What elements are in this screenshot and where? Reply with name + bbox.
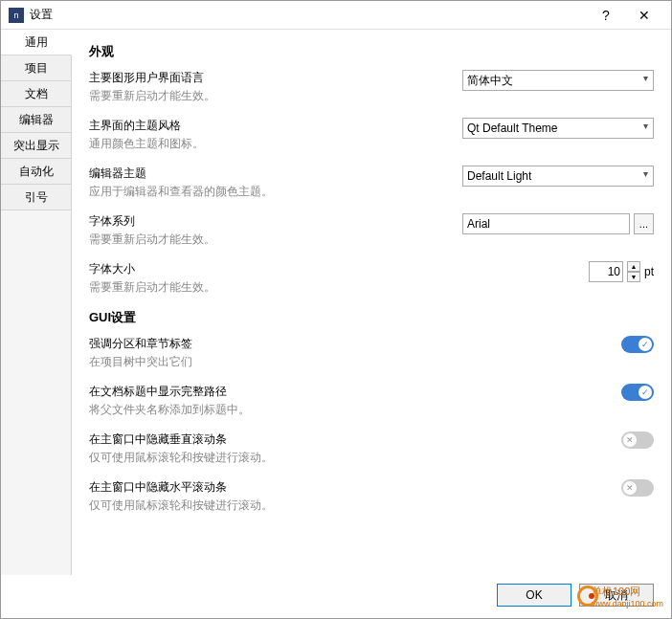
help-button[interactable]: ? xyxy=(587,2,625,29)
theme-label: 主界面的主题风格 xyxy=(89,118,462,134)
font-browse-button[interactable]: ... xyxy=(634,213,654,234)
close-button[interactable]: ✕ xyxy=(625,2,663,29)
font-label: 字体系列 xyxy=(89,213,462,230)
editor-theme-hint: 应用于编辑器和查看器的颜色主题。 xyxy=(89,184,462,200)
window-title: 设置 xyxy=(30,7,587,23)
tab-highlight[interactable]: 突出显示 xyxy=(1,133,71,159)
opt3-label: 在主窗口中隐藏垂直滚动条 xyxy=(89,431,621,448)
section-gui: GUI设置 xyxy=(89,309,654,326)
fontsize-input[interactable] xyxy=(589,261,623,282)
tab-document[interactable]: 文档 xyxy=(1,81,71,107)
tab-project[interactable]: 项目 xyxy=(1,55,71,81)
opt3-toggle[interactable]: ✕ xyxy=(621,431,654,449)
theme-hint: 通用颜色主题和图标。 xyxy=(89,136,462,152)
theme-select[interactable]: Qt Default Theme xyxy=(462,118,654,139)
opt1-label: 强调分区和章节标签 xyxy=(89,336,621,352)
fontsize-label: 字体大小 xyxy=(89,261,462,277)
tab-quotes[interactable]: 引号 xyxy=(1,185,71,210)
titlebar: n 设置 ? ✕ xyxy=(1,1,671,30)
tab-general[interactable]: 通用 xyxy=(1,30,72,55)
ok-button[interactable]: OK xyxy=(497,584,571,607)
sidebar: 通用 项目 文档 编辑器 突出显示 自动化 引号 xyxy=(1,30,72,575)
font-hint: 需要重新启动才能生效。 xyxy=(89,232,462,248)
lang-label: 主要图形用户界面语言 xyxy=(89,70,462,86)
fontsize-unit: pt xyxy=(644,265,654,278)
opt2-toggle[interactable]: ✓ xyxy=(621,384,654,401)
editor-theme-select[interactable]: Default Light xyxy=(462,166,654,187)
opt4-label: 在主窗口中隐藏水平滚动条 xyxy=(89,479,621,496)
opt2-label: 在文档标题中显示完整路径 xyxy=(89,384,621,400)
dialog-footer: OK 取消 xyxy=(497,584,654,607)
tab-automation[interactable]: 自动化 xyxy=(1,159,71,185)
opt1-toggle[interactable]: ✓ xyxy=(621,336,654,353)
fontsize-up[interactable]: ▲ xyxy=(627,261,640,272)
font-input[interactable] xyxy=(462,213,630,234)
fontsize-down[interactable]: ▼ xyxy=(627,272,640,282)
opt4-hint: 仅可使用鼠标滚轮和按键进行滚动。 xyxy=(89,497,621,514)
editor-theme-label: 编辑器主题 xyxy=(89,166,462,182)
cancel-button[interactable]: 取消 xyxy=(579,584,654,607)
opt3-hint: 仅可使用鼠标滚轮和按键进行滚动。 xyxy=(89,450,621,466)
opt4-toggle[interactable]: ✕ xyxy=(621,479,654,497)
fontsize-hint: 需要重新启动才能生效。 xyxy=(89,279,462,296)
app-icon: n xyxy=(9,8,24,23)
lang-hint: 需要重新启动才能生效。 xyxy=(89,88,462,104)
tab-editor[interactable]: 编辑器 xyxy=(1,107,71,133)
opt1-hint: 在项目树中突出它们 xyxy=(89,354,621,370)
section-appearance: 外观 xyxy=(89,43,654,60)
lang-select[interactable]: 简体中文 xyxy=(462,70,654,91)
content-panel: 外观 主要图形用户界面语言 需要重新启动才能生效。 简体中文 主界面的主题风格 … xyxy=(72,30,671,575)
opt2-hint: 将父文件夹名称添加到标题中。 xyxy=(89,402,621,418)
